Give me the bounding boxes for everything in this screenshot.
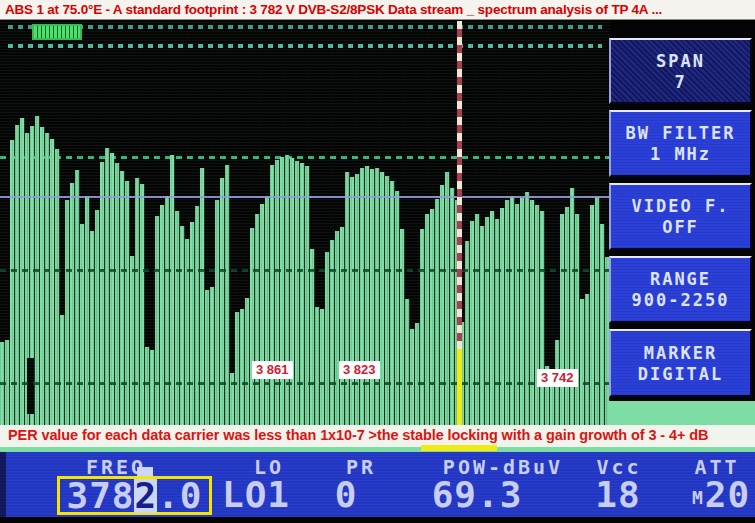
carrier-label-3742: 3 742 xyxy=(537,369,578,387)
carrier-label-3823: 3 823 xyxy=(339,361,380,379)
bw-filter-button[interactable]: BW FILTER 1 MHz xyxy=(609,110,752,177)
per-note-text: PER value for each data carrier was less… xyxy=(8,427,708,443)
pr-value: 0 xyxy=(335,477,358,513)
marker-digital-button[interactable]: MARKER DIGITAL xyxy=(609,329,752,397)
page-title: ABS 1 at 75.0°E - A standard footprint :… xyxy=(5,2,662,17)
att-value: M20 xyxy=(692,477,750,519)
video-filter-button[interactable]: VIDEO F. OFF xyxy=(609,183,752,250)
att-mode-prefix: M xyxy=(692,487,703,508)
status-bar-left-edge xyxy=(0,452,6,517)
carrier-label-3861: 3 861 xyxy=(252,361,293,379)
spectrum-trace xyxy=(0,20,610,455)
battery-icon xyxy=(32,24,82,40)
pow-value: 69.3 xyxy=(432,477,523,513)
per-note-band: PER value for each data carrier was less… xyxy=(0,425,755,447)
status-bar: FREQ LO PR POW-dBuV Vcc ATT 3782.0 LO1 0… xyxy=(0,452,755,517)
title-bar: ABS 1 at 75.0°E - A standard footprint :… xyxy=(0,0,755,20)
marker-line-dashed xyxy=(457,21,462,349)
span-button[interactable]: SPAN 7 xyxy=(609,38,752,104)
satellite-meter-screen: ABS 1 at 75.0°E - A standard footprint :… xyxy=(0,0,755,523)
marker-underline xyxy=(421,445,497,451)
marker-line-yellow xyxy=(457,349,462,425)
freq-value-input[interactable]: 3782.0 xyxy=(57,476,212,515)
freq-edit-digit[interactable]: 2 xyxy=(134,479,157,513)
lo-value: LO1 xyxy=(222,477,290,513)
vcc-value: 18 xyxy=(595,477,640,513)
range-button[interactable]: RANGE 900-2250 xyxy=(609,256,752,323)
spectrum-null-notch xyxy=(27,358,34,414)
